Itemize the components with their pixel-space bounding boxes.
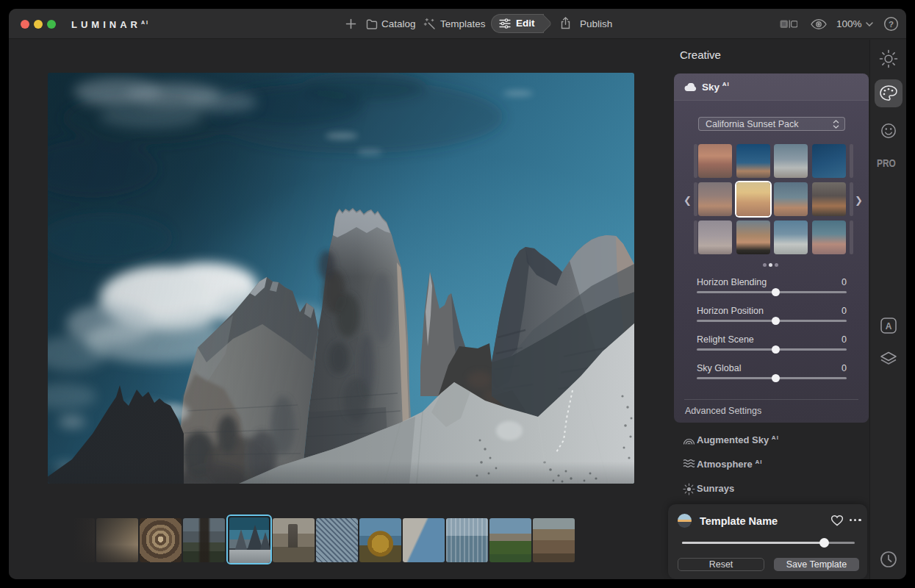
svg-text:?: ?	[889, 20, 894, 29]
svg-text:A: A	[886, 321, 892, 331]
